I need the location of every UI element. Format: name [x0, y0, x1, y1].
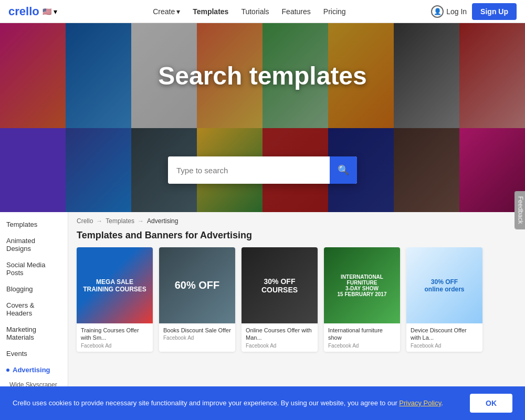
nav-link-tutorials[interactable]: Tutorials	[241, 7, 269, 16]
page-title: Templates and Banners for Advertising	[68, 228, 525, 247]
nav-links: Create ▾ Templates Tutorials Features Pr…	[68, 7, 432, 16]
nav-link-features[interactable]: Features	[282, 7, 311, 16]
sidebar-item-animated[interactable]: Animated Designs	[0, 233, 68, 257]
sidebar-item-events[interactable]: Events	[0, 345, 68, 362]
logo[interactable]: crello 🇺🇸 ▾	[8, 5, 57, 18]
template-name-2: Books Discount Sale Offer	[163, 327, 231, 334]
template-thumb-2: 60% OFF	[159, 247, 235, 323]
template-name-5: Device Discount Offer with La...	[411, 327, 478, 342]
signup-button[interactable]: Sign Up	[472, 3, 517, 20]
logo-text: crello	[8, 5, 39, 18]
template-name-4: International furniture show	[328, 327, 396, 342]
cookie-ok-button[interactable]: OK	[470, 394, 512, 413]
template-thumb-3: 30% OFF COURSES	[242, 247, 318, 323]
hero-banner: Search templates	[0, 23, 525, 128]
template-thumb-5: 30% OFF online orders	[406, 247, 482, 323]
templates-grid: MEGA SALE TRAINING COURSES Training Cour…	[68, 247, 525, 358]
feedback-tab[interactable]: Feedback	[515, 191, 525, 229]
template-type-1: Facebook Ad	[81, 343, 149, 349]
template-card-4[interactable]: INTERNATIONAL FURNITURE 3-DAY SHOW 15 FE…	[324, 247, 400, 352]
flag-icon[interactable]: 🇺🇸 ▾	[43, 7, 57, 16]
template-card-5[interactable]: 30% OFF online orders Device Discount Of…	[406, 247, 482, 352]
template-thumb-4: INTERNATIONAL FURNITURE 3-DAY SHOW 15 FE…	[324, 247, 400, 323]
nav-link-create[interactable]: Create ▾	[153, 7, 180, 16]
template-thumb-1: MEGA SALE TRAINING COURSES	[77, 247, 153, 323]
breadcrumb: Crello → Templates → Advertising	[68, 212, 525, 228]
template-card-3[interactable]: 30% OFF COURSES Online Courses Offer wit…	[242, 247, 318, 352]
sidebar-item-templates[interactable]: Templates	[0, 216, 68, 233]
template-type-3: Facebook Ad	[246, 343, 313, 349]
template-card-1[interactable]: MEGA SALE TRAINING COURSES Training Cour…	[77, 247, 153, 352]
sidebar-item-social[interactable]: Social Media Posts	[0, 257, 68, 281]
breadcrumb-current: Advertising	[147, 217, 178, 225]
nav-link-pricing[interactable]: Pricing	[323, 7, 346, 16]
sidebar-item-marketing[interactable]: Marketing Materials	[0, 321, 68, 345]
sidebar-item-covers[interactable]: Covers & Headers	[0, 297, 68, 321]
template-name-3: Online Courses Offer with Man...	[246, 327, 313, 342]
cookie-banner: Crello uses cookies to provide necessary…	[0, 386, 525, 420]
active-dot	[6, 369, 9, 372]
chevron-down-icon: ▾	[176, 7, 180, 16]
nav-link-templates[interactable]: Templates	[193, 7, 228, 16]
hero-title: Search templates	[158, 61, 367, 90]
breadcrumb-sep-2: →	[138, 217, 144, 225]
template-type-4: Facebook Ad	[328, 343, 396, 349]
privacy-policy-link[interactable]: Privacy Policy	[399, 399, 441, 407]
sidebar-item-blogging[interactable]: Blogging	[0, 281, 68, 297]
search-button[interactable]: 🔍	[330, 156, 357, 184]
breadcrumb-crello[interactable]: Crello	[77, 217, 93, 225]
template-type-2: Facebook Ad	[163, 335, 231, 341]
search-icon: 🔍	[338, 164, 349, 176]
user-icon: 👤	[431, 5, 444, 18]
nav-right: 👤 Log In Sign Up	[431, 3, 517, 20]
breadcrumb-templates[interactable]: Templates	[106, 217, 134, 225]
search-input[interactable]	[168, 156, 330, 184]
search-area: 🔍	[0, 128, 525, 212]
template-name-1: Training Courses Offer with Sm...	[81, 327, 149, 342]
navbar: crello 🇺🇸 ▾ Create ▾ Templates Tutorials…	[0, 0, 525, 23]
template-card-2[interactable]: 60% OFF Books Discount Sale Offer Facebo…	[159, 247, 235, 352]
template-type-5: Facebook Ad	[411, 343, 478, 349]
search-bar: 🔍	[168, 156, 357, 184]
login-button[interactable]: 👤 Log In	[431, 5, 467, 18]
breadcrumb-sep-1: →	[96, 217, 102, 225]
sidebar-item-advertising[interactable]: Advertising	[0, 362, 68, 378]
cookie-text: Crello uses cookies to provide necessary…	[13, 398, 457, 408]
